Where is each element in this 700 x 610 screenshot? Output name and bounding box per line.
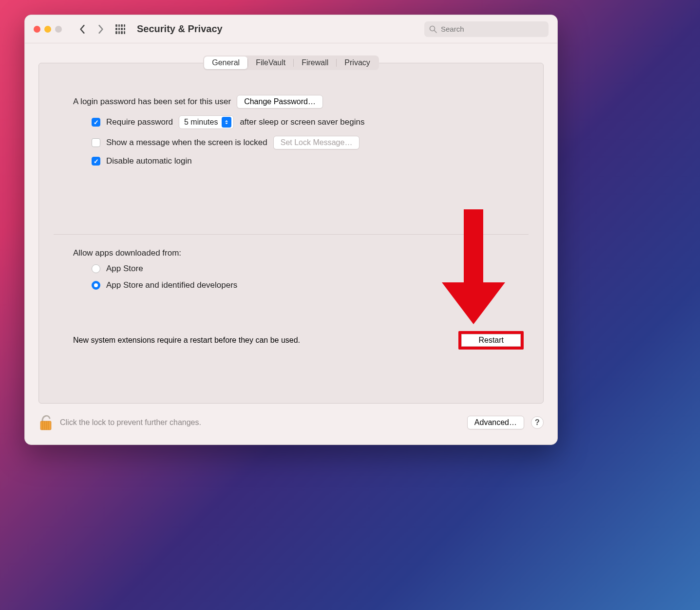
show-message-label: Show a message when the screen is locked (106, 138, 267, 148)
tab-filevault[interactable]: FileVault (248, 56, 293, 69)
back-button[interactable] (76, 22, 89, 36)
require-password-checkbox[interactable] (92, 118, 100, 127)
window-title: Security & Privacy (137, 23, 223, 35)
radio-identified-developers[interactable] (92, 281, 100, 290)
window-controls (34, 26, 62, 33)
change-password-button[interactable]: Change Password… (237, 95, 323, 109)
radio-app-store-label: App Store (106, 264, 143, 274)
minimize-button[interactable] (44, 26, 51, 33)
footer: Click the lock to prevent further change… (25, 404, 557, 444)
zoom-button[interactable] (55, 26, 62, 33)
tab-general[interactable]: General (204, 56, 247, 69)
restart-message: New system extensions require a restart … (73, 336, 300, 345)
password-delay-select[interactable]: 5 minutes (179, 115, 234, 129)
lock-text: Click the lock to prevent further change… (60, 418, 201, 427)
system-preferences-window: Security & Privacy General FileVault Fir… (24, 15, 558, 445)
password-set-label: A login password has been set for this u… (73, 97, 231, 107)
require-password-suffix: after sleep or screen saver begins (240, 117, 364, 127)
tab-privacy[interactable]: Privacy (337, 56, 378, 69)
radio-app-store[interactable] (92, 264, 100, 273)
svg-line-1 (435, 30, 437, 33)
main-panel: General FileVault Firewall Privacy A log… (38, 63, 544, 404)
lock-icon[interactable] (38, 412, 53, 433)
help-button[interactable]: ? (531, 416, 544, 429)
disable-auto-login-label: Disable automatic login (106, 156, 192, 166)
advanced-button[interactable]: Advanced… (467, 416, 524, 429)
set-lock-message-button[interactable]: Set Lock Message… (273, 136, 360, 149)
titlebar: Security & Privacy (25, 15, 557, 43)
show-all-icon[interactable] (115, 24, 125, 34)
tab-firewall[interactable]: Firewall (294, 56, 336, 69)
search-icon (429, 25, 437, 33)
close-button[interactable] (34, 26, 40, 33)
search-input[interactable] (441, 25, 544, 33)
forward-button[interactable] (94, 22, 108, 36)
radio-identified-developers-label: App Store and identified developers (106, 280, 237, 290)
select-arrows-icon (222, 117, 231, 128)
require-password-label: Require password (106, 117, 173, 127)
search-field[interactable] (424, 21, 549, 37)
svg-rect-2 (40, 421, 51, 430)
tab-bar: General FileVault Firewall Privacy (203, 55, 379, 70)
disable-auto-login-checkbox[interactable] (92, 157, 100, 166)
annotation-arrow-icon (442, 209, 505, 338)
show-message-checkbox[interactable] (92, 138, 100, 147)
